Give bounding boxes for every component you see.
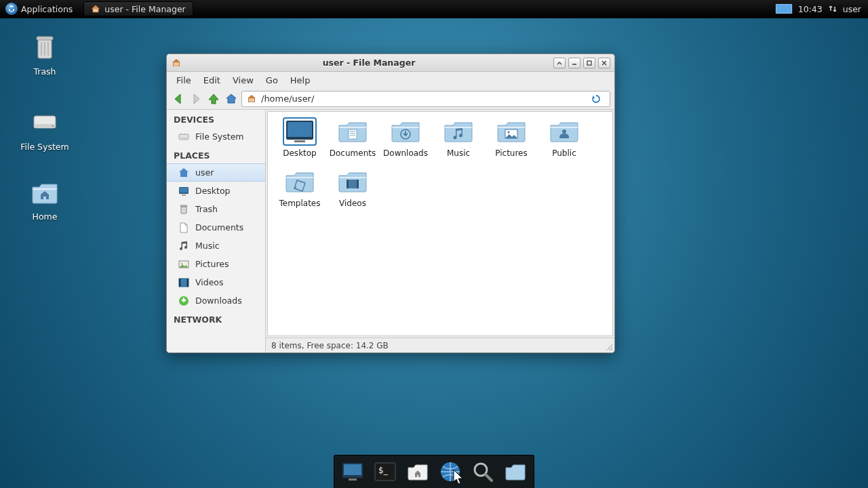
- home-icon: [246, 94, 257, 104]
- sidebar-item-trash[interactable]: Trash: [167, 200, 265, 218]
- svg-rect-17: [182, 195, 186, 196]
- network-icon[interactable]: [828, 4, 837, 14]
- dock-directory[interactable]: [502, 459, 528, 485]
- forward-button[interactable]: [189, 92, 203, 106]
- parent-button[interactable]: [206, 92, 221, 106]
- folder-icon: [337, 169, 368, 195]
- status-text: 8 items, Free space: 14.2 GB: [271, 341, 389, 350]
- home-button[interactable]: [224, 92, 239, 106]
- taskbar-item-file-manager[interactable]: user - File Manager: [83, 1, 193, 16]
- user-menu[interactable]: user: [843, 4, 861, 14]
- svg-rect-12: [249, 98, 254, 102]
- sidebar-item-label: Videos: [195, 277, 224, 287]
- folder-icon: [443, 119, 474, 144]
- sidebar-item-documents[interactable]: Documents: [167, 218, 265, 237]
- svg-rect-16: [180, 188, 188, 192]
- dock-show-desktop[interactable]: [340, 459, 366, 485]
- back-button[interactable]: [171, 92, 186, 106]
- minimize-button[interactable]: [568, 58, 580, 68]
- svg-rect-42: [349, 479, 357, 481]
- dock-app-finder[interactable]: [470, 459, 496, 485]
- sidebar-item-label: File System: [195, 131, 244, 142]
- sidebar-item-pictures[interactable]: Pictures: [167, 255, 265, 273]
- sidebar-item-desktop[interactable]: Desktop: [167, 182, 265, 200]
- sidebar-item-label: Music: [195, 241, 220, 251]
- desktop-icon: [178, 185, 190, 197]
- svg-rect-10: [572, 64, 576, 65]
- desktop-icon-home[interactable]: Home: [11, 175, 79, 222]
- folder-templates[interactable]: Templates: [273, 169, 326, 208]
- desktop-icon-label: File System: [11, 142, 79, 152]
- workspace-switcher[interactable]: [770, 0, 798, 18]
- home-icon: [91, 4, 100, 14]
- home-icon: [171, 58, 182, 68]
- rollup-button[interactable]: [553, 58, 566, 68]
- sidebar: DEVICES File System PLACES user Desktop …: [167, 110, 266, 352]
- icon-view[interactable]: Desktop Documents Downloads: [267, 111, 613, 336]
- trash-icon: [178, 203, 190, 216]
- folder-icon: [496, 119, 527, 144]
- svg-point-21: [181, 262, 183, 264]
- menu-file[interactable]: File: [171, 73, 197, 87]
- svg-rect-18: [181, 207, 186, 214]
- titlebar[interactable]: user - File Manager: [167, 54, 614, 72]
- clock[interactable]: 10:43: [798, 4, 823, 14]
- videos-icon: [178, 277, 190, 289]
- dock-terminal[interactable]: $_: [372, 459, 398, 485]
- sidebar-item-label: Downloads: [195, 296, 242, 306]
- applications-label: Applications: [21, 4, 73, 14]
- folder-pictures[interactable]: Pictures: [485, 119, 538, 158]
- folder-label: Videos: [326, 199, 379, 208]
- folder-downloads[interactable]: Downloads: [379, 119, 432, 158]
- folder-documents[interactable]: Documents: [326, 119, 379, 158]
- top-panel: Applications user - File Manager 10:43 u…: [0, 0, 868, 18]
- folder-home-icon: [28, 175, 61, 207]
- window-title: user - File Manager: [184, 58, 553, 68]
- sidebar-item-filesystem[interactable]: File System: [167, 127, 265, 146]
- menu-go[interactable]: Go: [260, 73, 283, 87]
- svg-rect-14: [179, 138, 189, 140]
- folder-public[interactable]: Public: [538, 119, 591, 158]
- folder-icon: [337, 119, 368, 144]
- folder-desktop[interactable]: Desktop: [273, 119, 326, 158]
- svg-rect-19: [180, 205, 187, 207]
- dock-file-manager[interactable]: [405, 459, 431, 485]
- svg-text:$_: $_: [378, 466, 389, 475]
- folder-videos[interactable]: Videos: [326, 169, 379, 208]
- refresh-button[interactable]: [591, 94, 606, 104]
- maximize-button[interactable]: [583, 58, 595, 68]
- svg-rect-23: [179, 279, 181, 287]
- taskbar-item-label: user - File Manager: [104, 4, 185, 14]
- svg-rect-11: [587, 61, 591, 65]
- folder-music[interactable]: Music: [432, 119, 485, 158]
- dock: $_: [334, 455, 534, 488]
- dock-web-browser[interactable]: [437, 459, 463, 485]
- svg-rect-0: [94, 9, 98, 12]
- sidebar-item-user[interactable]: user: [167, 163, 265, 182]
- downloads-icon: [178, 295, 190, 307]
- path-bar[interactable]: /home/user/: [241, 91, 610, 107]
- folder-label: Downloads: [379, 148, 432, 158]
- svg-rect-2: [37, 37, 53, 40]
- sidebar-item-downloads[interactable]: Downloads: [167, 291, 265, 310]
- sidebar-item-videos[interactable]: Videos: [167, 273, 265, 291]
- desktop-icon-filesystem[interactable]: File System: [11, 105, 79, 152]
- applications-menu[interactable]: Applications: [0, 0, 78, 18]
- resize-grip[interactable]: [606, 344, 612, 350]
- sidebar-item-music[interactable]: Music: [167, 237, 265, 255]
- menu-view[interactable]: View: [227, 73, 259, 87]
- menu-help[interactable]: Help: [285, 73, 316, 87]
- sidebar-heading-places: PLACES: [167, 146, 265, 163]
- file-manager-window: user - File Manager File Edit View Go He…: [166, 54, 615, 353]
- svg-rect-29: [349, 129, 357, 139]
- sidebar-item-label: Documents: [195, 222, 243, 232]
- sidebar-item-label: Desktop: [195, 186, 231, 196]
- drive-icon: [28, 105, 61, 138]
- close-button[interactable]: [598, 58, 610, 68]
- menu-edit[interactable]: Edit: [198, 73, 226, 87]
- svg-rect-41: [344, 464, 361, 475]
- workspace-icon: [775, 3, 793, 14]
- desktop-icon-trash[interactable]: Trash: [11, 30, 79, 77]
- sidebar-heading-network: NETWORK: [167, 310, 265, 327]
- path-text: /home/user/: [261, 94, 314, 104]
